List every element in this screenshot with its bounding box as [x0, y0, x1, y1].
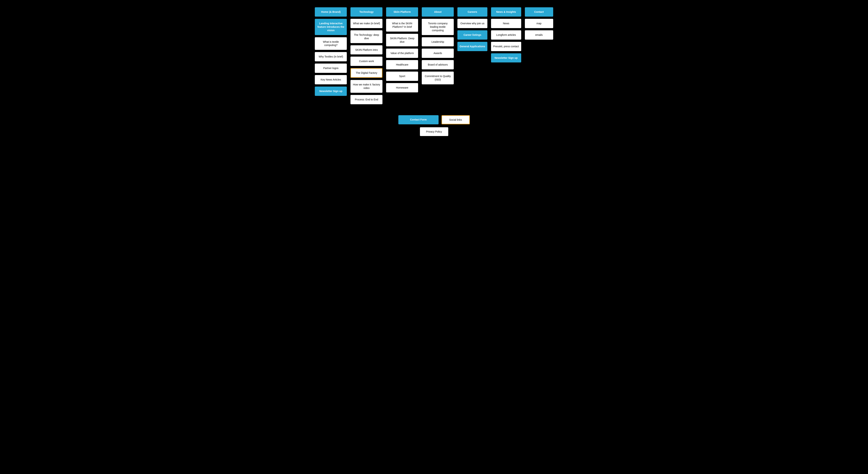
footer-section: Contact FormSocial linksPrivacy Policy [4, 115, 864, 136]
header-careers[interactable]: Careers [457, 7, 487, 16]
item-home-5[interactable]: Newsletter Sign up [315, 87, 347, 96]
item-news-insights-2[interactable]: Presskit, press contact [491, 42, 521, 51]
column-about: AboutToronto company leading textile com… [422, 7, 454, 84]
item-about-0[interactable]: Toronto company leading textile computin… [422, 19, 454, 35]
item-technology-1[interactable]: The Technology: deep dive [350, 30, 382, 43]
item-about-2[interactable]: Awards [422, 48, 454, 58]
item-home-4[interactable]: Key News Articles [315, 75, 347, 84]
item-careers-2[interactable]: General Applications [457, 42, 487, 51]
footer-row-2: Privacy Policy [420, 127, 448, 136]
sitemap: Home (& Brand)Landing Interactive featur… [4, 7, 864, 104]
item-contact-1[interactable]: emails [525, 30, 553, 40]
item-skiin-platform-2[interactable]: Value of the platform [386, 48, 418, 58]
item-about-1[interactable]: Leadership [422, 37, 454, 46]
item-news-insights-0[interactable]: News [491, 19, 521, 28]
item-technology-5[interactable]: How we make it: factory video [350, 80, 382, 93]
header-about[interactable]: About [422, 7, 454, 16]
header-news-insights[interactable]: News & Insights [491, 7, 521, 16]
header-home[interactable]: Home (& Brand) [315, 7, 347, 16]
item-about-3[interactable]: Board of advisors [422, 60, 454, 69]
item-contact-0[interactable]: map [525, 19, 553, 28]
item-skiin-platform-4[interactable]: Sport [386, 72, 418, 81]
item-home-1[interactable]: What is textile computing? [315, 37, 347, 50]
item-skiin-platform-1[interactable]: SKIIN Platform: Deep dive [386, 34, 418, 46]
header-technology[interactable]: Technology [350, 7, 382, 16]
column-news-insights: News & InsightsNewsLongform articlesPres… [491, 7, 521, 62]
item-technology-0[interactable]: What we make (in brief) [350, 19, 382, 28]
item-news-insights-3[interactable]: Newsletter Sign up [491, 53, 521, 63]
item-careers-1[interactable]: Career listings [457, 30, 487, 40]
column-technology: TechnologyWhat we make (in brief)The Tec… [350, 7, 382, 104]
item-about-4[interactable]: Commitment to Quality (ISO) [422, 72, 454, 84]
item-skiin-platform-3[interactable]: Healthcare [386, 60, 418, 69]
item-skiin-platform-5[interactable]: Homeware [386, 83, 418, 92]
column-contact: Contactmapemails [525, 7, 553, 40]
item-home-2[interactable]: Why Textiles (in brief) [315, 52, 347, 61]
item-technology-6[interactable]: Process: End to End [350, 95, 382, 104]
header-contact[interactable]: Contact [525, 7, 553, 16]
item-home-0[interactable]: Landing Interactive feature introduces t… [315, 19, 347, 35]
header-skiin-platform[interactable]: Skiin Platform [386, 7, 418, 16]
item-careers-0[interactable]: Overview why join us [457, 19, 487, 28]
footer-row-1: Contact FormSocial links [398, 115, 470, 124]
item-technology-3[interactable]: Custom work [350, 57, 382, 66]
item-technology-2[interactable]: SKIIN Platform intro [350, 45, 382, 55]
footer-item-row1-1[interactable]: Social links [441, 115, 470, 124]
column-home: Home (& Brand)Landing Interactive featur… [315, 7, 347, 96]
item-home-3[interactable]: Partner logos [315, 64, 347, 73]
column-careers: CareersOverview why join usCareer listin… [457, 7, 487, 51]
footer-item-row2-0[interactable]: Privacy Policy [420, 127, 448, 136]
item-technology-4[interactable]: The Digital Factory [350, 68, 382, 78]
footer-item-row1-0[interactable]: Contact Form [398, 115, 439, 124]
item-skiin-platform-0[interactable]: What is the SKIIN Platform? In brief [386, 19, 418, 32]
column-skiin-platform: Skiin PlatformWhat is the SKIIN Platform… [386, 7, 418, 92]
item-news-insights-1[interactable]: Longform articles [491, 30, 521, 40]
